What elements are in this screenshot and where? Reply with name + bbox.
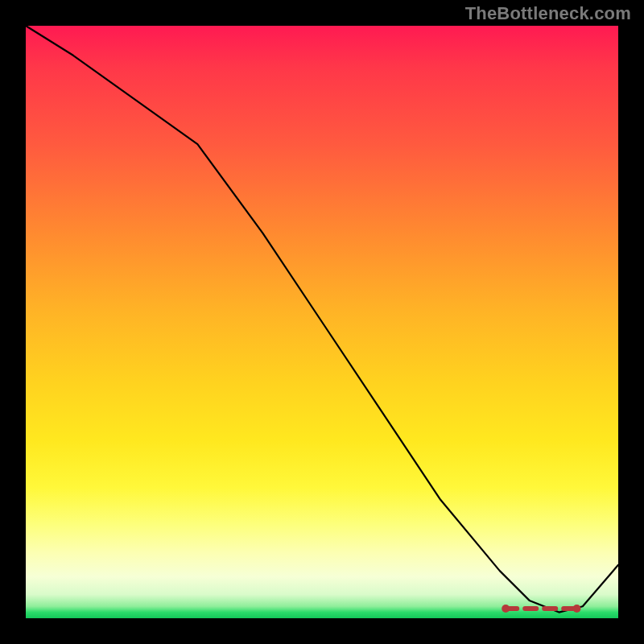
- chart-frame: TheBottleneck.com: [0, 0, 644, 644]
- bottleneck-curve: [26, 26, 618, 613]
- watermark-label: TheBottleneck.com: [465, 3, 631, 24]
- chart-svg: [26, 26, 618, 618]
- plot-area: [26, 26, 618, 618]
- optimal-range-end-dot: [573, 605, 581, 613]
